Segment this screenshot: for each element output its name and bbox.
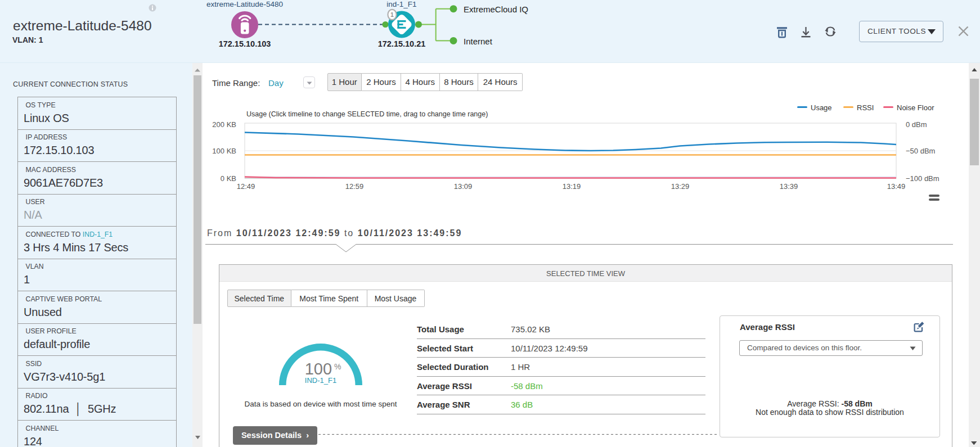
svg-text:1: 1 <box>390 11 394 18</box>
